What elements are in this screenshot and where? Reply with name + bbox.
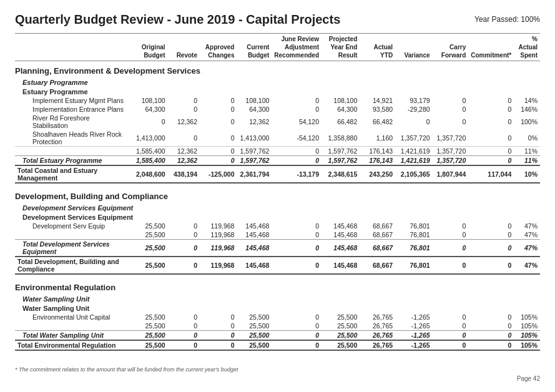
col-projected: ProjectedYear EndResult xyxy=(322,34,360,61)
bold-heading-row: Estuary Programme xyxy=(15,87,540,96)
grand-total-row: Total Development, Building and Complian… xyxy=(15,257,540,274)
col-june-review: June ReviewAdjustmentRecommended xyxy=(272,34,322,61)
table-row: Shoalhaven Heads River Rock Protection1,… xyxy=(15,130,540,147)
col-name-header xyxy=(15,34,129,61)
section-heading-row: Environmental Regulation xyxy=(15,278,540,293)
section-heading-row: Development, Building and Compliance xyxy=(15,187,540,202)
table-row: Implementation Entrance Plans64,3000064,… xyxy=(15,105,540,114)
table-row: 25,5000025,500025,50026,765-1,26500105% xyxy=(15,321,540,331)
table-row: 25,5000119,968145,4680145,46868,66776,80… xyxy=(15,230,540,240)
italic-heading-row: Estuary Programme xyxy=(15,77,540,87)
col-variance: Variance xyxy=(395,34,432,61)
col-pct-spent: % ActualSpent xyxy=(514,34,540,61)
italic-heading-row: Water Sampling Unit xyxy=(15,293,540,303)
budget-table: OriginalBudget Revote ApprovedChanges Cu… xyxy=(15,33,540,354)
table-row: Environmental Unit Capital25,5000025,500… xyxy=(15,313,540,321)
grand-total-row: Total Environmental Regulation25,5000025… xyxy=(15,340,540,350)
page-title: Quarterly Budget Review - June 2019 - Ca… xyxy=(15,12,340,27)
grand-total-row: Total Coastal and Estuary Management2,04… xyxy=(15,165,540,183)
col-carry-forward: CarryForward xyxy=(433,34,469,61)
table-row: River Rd Foreshore Stabilisation012,3620… xyxy=(15,114,540,130)
col-approved-changes: ApprovedChanges xyxy=(200,34,237,61)
subtotal-row: Total Development Services Equipment25,5… xyxy=(15,240,540,257)
bold-heading-row: Water Sampling Unit xyxy=(15,303,540,313)
table-row: Development Serv Equip25,5000119,968145,… xyxy=(15,222,540,230)
footer-note: * The commitment relates to the amount t… xyxy=(15,366,540,373)
spacer-row xyxy=(15,350,540,354)
italic-heading-row: Development Services Equipment xyxy=(15,202,540,212)
col-commitment: Commitment* xyxy=(468,34,514,61)
column-header-row: OriginalBudget Revote ApprovedChanges Cu… xyxy=(15,34,540,61)
page-number: Page 42 xyxy=(15,375,540,382)
table-row: Implement Estuary Mgmt Plans108,10000108… xyxy=(15,96,540,105)
subtotal-row: Total Water Sampling Unit25,5000025,5000… xyxy=(15,331,540,341)
table-row: 1,585,40012,36201,597,76201,597,762176,1… xyxy=(15,147,540,156)
col-revote: Revote xyxy=(168,34,200,61)
col-actual-ytd: Actual YTD xyxy=(360,34,395,61)
col-original-budget: OriginalBudget xyxy=(129,34,168,61)
year-passed: Year Passed: 100% xyxy=(474,15,540,24)
subtotal-row: Total Estuary Programme1,585,40012,36201… xyxy=(15,156,540,166)
section-heading-row: Planning, Environment & Development Serv… xyxy=(15,61,540,77)
page-header: Quarterly Budget Review - June 2019 - Ca… xyxy=(15,12,540,27)
bold-heading-row: Development Services Equipment xyxy=(15,212,540,222)
col-current-budget: CurrentBudget xyxy=(237,34,272,61)
